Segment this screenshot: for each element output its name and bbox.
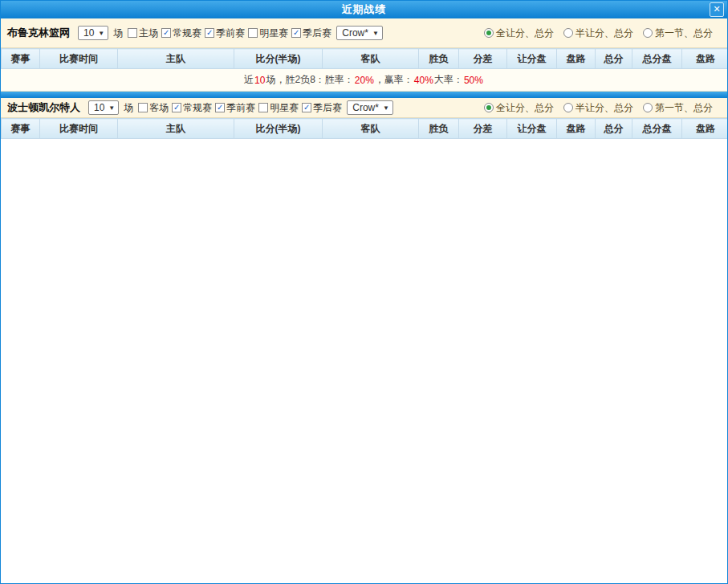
col-handicap-result: 盘路 bbox=[557, 119, 596, 139]
summary-bar: 近 10 场，胜2负8：胜率：20%，赢率：40% 大率：50% bbox=[1, 69, 727, 92]
chevron-down-icon: ▼ bbox=[108, 104, 115, 112]
summary-segment: 40% bbox=[414, 75, 433, 86]
checkbox-box[interactable]: ✓ bbox=[215, 103, 225, 112]
stat-mode-radio[interactable]: 全让分、总分 bbox=[484, 101, 554, 115]
filter-checkbox[interactable]: ✓季后赛 bbox=[302, 101, 342, 115]
summary-segment: 场，胜2负8：胜率： bbox=[266, 73, 353, 87]
summary-segment: 近 bbox=[244, 73, 254, 87]
col-score: 比分(半场) bbox=[234, 119, 323, 139]
radio-label: 第一节、总分 bbox=[655, 27, 713, 40]
checkbox-label: 主场 bbox=[139, 27, 158, 40]
filter-checkbox[interactable]: 明星赛 bbox=[258, 101, 299, 115]
col-away: 客队 bbox=[323, 49, 419, 69]
col-total: 总分 bbox=[596, 119, 632, 139]
section-divider bbox=[1, 92, 727, 98]
filter-checkbox[interactable]: 客场 bbox=[138, 101, 169, 115]
chevron-down-icon: ▼ bbox=[98, 30, 104, 37]
col-away: 客队 bbox=[323, 119, 419, 139]
table-header-row: 赛事 比赛时间 主队 比分(半场) 客队 胜负 分差 让分盘 盘路 总分 总分盘… bbox=[2, 119, 728, 139]
col-league: 赛事 bbox=[2, 49, 40, 69]
checkbox-box[interactable]: ✓ bbox=[302, 103, 311, 112]
summary-segment: 10 bbox=[254, 75, 265, 86]
radio-circle-icon[interactable] bbox=[484, 103, 494, 112]
crown-select-value: Crow* bbox=[342, 27, 368, 39]
filter-checkbox[interactable]: ✓常规赛 bbox=[161, 27, 201, 40]
col-total-line: 总分盘 bbox=[632, 119, 682, 139]
stat-mode-radio[interactable]: 半让分、总分 bbox=[563, 27, 633, 40]
checkbox-label: 明星赛 bbox=[259, 27, 288, 40]
close-icon[interactable]: ✕ bbox=[710, 2, 724, 17]
summary-segment: ，赢率： bbox=[375, 73, 413, 87]
stat-mode-radio-group: 全让分、总分半让分、总分第一节、总分 bbox=[484, 27, 721, 40]
summary-segment: 20% bbox=[355, 75, 374, 86]
filter-checkbox[interactable]: 主场 bbox=[128, 27, 158, 40]
stat-mode-radio-group: 全让分、总分半让分、总分第一节、总分 bbox=[484, 101, 721, 115]
radio-circle-icon[interactable] bbox=[563, 28, 573, 38]
col-date: 比赛时间 bbox=[40, 49, 118, 69]
checkbox-box[interactable]: ✓ bbox=[205, 28, 214, 38]
filter-bar: 布鲁克林篮网 10 ▼ 场 主场✓常规赛✓季前赛明星赛✓季后赛 Crow* ▼ … bbox=[1, 18, 727, 48]
games-count-select[interactable]: 10 ▼ bbox=[78, 26, 108, 40]
col-handicap: 让分盘 bbox=[507, 119, 557, 139]
crown-select-value: Crow* bbox=[352, 102, 379, 113]
chevron-down-icon: ▼ bbox=[383, 104, 389, 112]
filter-checkbox[interactable]: ✓常规赛 bbox=[172, 101, 212, 115]
games-count-select[interactable]: 10 ▼ bbox=[88, 100, 119, 115]
col-handicap: 让分盘 bbox=[507, 49, 557, 69]
col-result: 胜负 bbox=[419, 49, 459, 69]
filter-checkbox-group: 主场✓常规赛✓季前赛明星赛✓季后赛 bbox=[128, 27, 331, 40]
checkbox-box[interactable] bbox=[138, 103, 148, 112]
checkbox-box[interactable] bbox=[258, 103, 268, 112]
recent-results-popup: 近期战绩 ✕ 布鲁克林篮网 10 ▼ 场 主场✓常规赛✓季前赛明星赛✓季后赛 C… bbox=[0, 0, 728, 584]
radio-label: 全让分、总分 bbox=[496, 27, 554, 40]
chevron-down-icon: ▼ bbox=[372, 30, 379, 37]
filter-checkbox-group: 客场✓常规赛✓季前赛明星赛✓季后赛 bbox=[138, 101, 342, 115]
checkbox-box[interactable]: ✓ bbox=[172, 103, 181, 112]
results-table: 赛事 比赛时间 主队 比分(半场) 客队 胜负 分差 让分盘 盘路 总分 总分盘… bbox=[1, 118, 728, 139]
checkbox-label: 季后赛 bbox=[313, 101, 342, 115]
filter-checkbox[interactable]: ✓季后赛 bbox=[291, 27, 331, 40]
col-home: 主队 bbox=[118, 49, 234, 69]
checkbox-box[interactable]: ✓ bbox=[291, 28, 301, 38]
crown-select[interactable]: Crow* ▼ bbox=[336, 26, 383, 40]
col-handicap-result: 盘路 bbox=[557, 49, 596, 69]
filter-checkbox[interactable]: 明星赛 bbox=[248, 27, 288, 40]
col-over-under: 盘路 bbox=[682, 119, 728, 139]
checkbox-box[interactable]: ✓ bbox=[161, 28, 171, 38]
stat-mode-radio[interactable]: 第一节、总分 bbox=[643, 27, 713, 40]
results-table: 赛事 比赛时间 主队 比分(半场) 客队 胜负 分差 让分盘 盘路 总分 总分盘… bbox=[1, 48, 728, 69]
games-count-suffix: 场 bbox=[124, 101, 133, 115]
team-name: 布鲁克林篮网 bbox=[7, 26, 70, 40]
stat-mode-radio[interactable]: 半让分、总分 bbox=[563, 101, 633, 115]
col-result: 胜负 bbox=[419, 119, 459, 139]
radio-circle-icon[interactable] bbox=[563, 103, 573, 112]
checkbox-label: 常规赛 bbox=[183, 101, 212, 115]
filter-checkbox[interactable]: ✓季前赛 bbox=[205, 27, 245, 40]
checkbox-box[interactable] bbox=[128, 28, 137, 38]
col-over-under: 盘路 bbox=[682, 49, 728, 69]
checkbox-box[interactable] bbox=[248, 28, 258, 38]
col-diff: 分差 bbox=[459, 119, 507, 139]
crown-select[interactable]: Crow* ▼ bbox=[347, 100, 393, 115]
games-count-value: 10 bbox=[83, 27, 94, 39]
col-date: 比赛时间 bbox=[40, 119, 118, 139]
summary-segment: 50% bbox=[464, 75, 483, 86]
col-league: 赛事 bbox=[2, 119, 40, 139]
radio-label: 半让分、总分 bbox=[575, 27, 633, 40]
stat-mode-radio[interactable]: 全让分、总分 bbox=[484, 27, 554, 40]
col-total: 总分 bbox=[596, 49, 632, 69]
checkbox-label: 季前赛 bbox=[216, 27, 245, 40]
team-name: 波士顿凯尔特人 bbox=[7, 100, 80, 115]
filter-checkbox[interactable]: ✓季前赛 bbox=[215, 101, 255, 115]
radio-circle-icon[interactable] bbox=[643, 103, 653, 112]
radio-circle-icon[interactable] bbox=[643, 28, 653, 38]
filter-bar: 波士顿凯尔特人 10 ▼ 场 客场✓常规赛✓季前赛明星赛✓季后赛 Crow* ▼… bbox=[1, 98, 727, 118]
checkbox-label: 季前赛 bbox=[226, 101, 255, 115]
games-count-suffix: 场 bbox=[113, 27, 123, 40]
radio-label: 全让分、总分 bbox=[496, 101, 554, 115]
checkbox-label: 常规赛 bbox=[173, 27, 201, 40]
team-section-celtics: 波士顿凯尔特人 10 ▼ 场 客场✓常规赛✓季前赛明星赛✓季后赛 Crow* ▼… bbox=[1, 98, 727, 139]
summary-segment: 大率： bbox=[434, 73, 463, 87]
stat-mode-radio[interactable]: 第一节、总分 bbox=[643, 101, 713, 115]
radio-circle-icon[interactable] bbox=[484, 28, 494, 38]
